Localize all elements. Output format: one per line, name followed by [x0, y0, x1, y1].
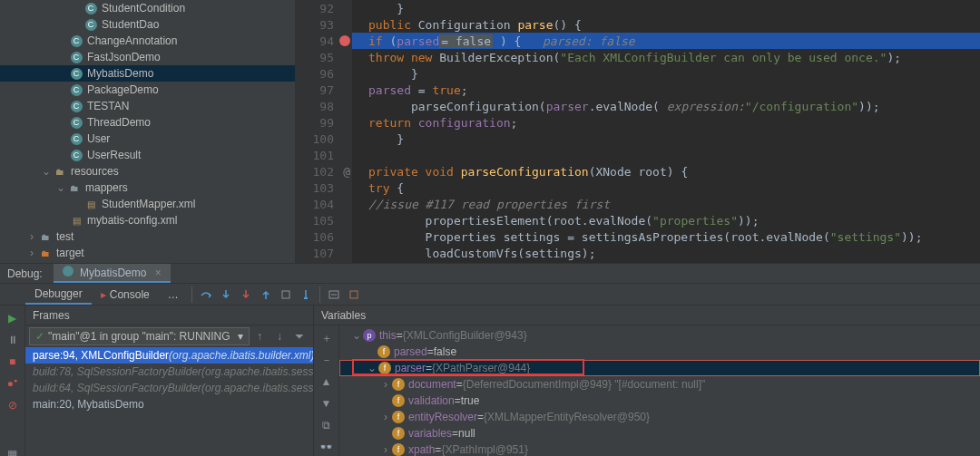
- next-frame-icon[interactable]: ↓: [270, 330, 289, 343]
- new-watch-icon[interactable]: ＋: [318, 329, 336, 347]
- settings-layout-icon[interactable]: ▦: [4, 445, 22, 456]
- tree-item[interactable]: CStudentCondition: [0, 0, 295, 16]
- drop-frame-icon[interactable]: [276, 288, 296, 301]
- duplicate-watch-icon[interactable]: ⧉: [318, 416, 336, 434]
- remove-watch-icon[interactable]: －: [318, 351, 336, 369]
- move-down-watch-icon[interactable]: ▼: [318, 394, 336, 412]
- stack-frame[interactable]: main:20, MybatisDemo: [25, 396, 313, 412]
- variable-item[interactable]: fparsed = false: [339, 344, 980, 360]
- step-into-icon[interactable]: [216, 288, 236, 301]
- view-breakpoints-icon[interactable]: ●●: [4, 374, 22, 393]
- stack-frame[interactable]: build:64, SqlSessionFactoryBuilder (org.…: [25, 380, 313, 396]
- variable-item[interactable]: ⌄pthis = {XMLConfigBuilder@943}: [339, 327, 980, 344]
- chevron-down-icon: ▾: [238, 330, 243, 343]
- resume-icon[interactable]: ▶: [4, 309, 22, 327]
- more-tab[interactable]: …: [159, 286, 188, 304]
- variable-item[interactable]: ›fentityResolver = {XMLMapperEntityResol…: [339, 409, 980, 425]
- step-over-icon[interactable]: [196, 288, 216, 301]
- check-icon: ✓: [35, 330, 44, 343]
- frames-panel: Frames ✓ "main"@1 in group "main": RUNNI…: [25, 306, 314, 456]
- frames-header: Frames: [25, 306, 313, 325]
- breakpoint-icon[interactable]: [339, 35, 350, 46]
- tree-item[interactable]: CStudentDao: [0, 16, 295, 33]
- stack-frame[interactable]: parse:94, XMLConfigBuilder (org.apache.i…: [25, 347, 313, 364]
- variables-panel: Variables ＋ － ▲ ▼ ⧉ 👓 ⌄pthis = {XMLConfi…: [314, 306, 980, 456]
- debug-panel: Debug: MybatisDemo × Debugger ▸ Console …: [0, 263, 980, 456]
- debug-left-toolbar: ▶ ⏸ ■ ●● ⊘ ▦ ⎙: [0, 306, 25, 456]
- tree-item[interactable]: CThreadDemo: [0, 114, 295, 131]
- evaluate-expression-icon[interactable]: [324, 288, 344, 301]
- tree-item[interactable]: ▤mybatis-config.xml: [0, 212, 295, 228]
- gutter: 9293949596979899100101102@10310410510610…: [296, 0, 352, 263]
- variable-item[interactable]: fvalidation = true: [339, 393, 980, 409]
- show-watches-icon[interactable]: 👓: [318, 438, 336, 456]
- trace-current-icon[interactable]: [344, 288, 364, 301]
- tree-item[interactable]: ⌄🖿mappers: [0, 179, 295, 196]
- close-icon[interactable]: ×: [155, 267, 162, 279]
- mute-breakpoints-icon[interactable]: ⊘: [4, 396, 22, 414]
- stop-icon[interactable]: ■: [4, 353, 22, 371]
- tree-item[interactable]: ›🖿test: [0, 228, 295, 245]
- tree-item[interactable]: CFastJsonDemo: [0, 49, 295, 65]
- svg-rect-4: [350, 291, 358, 298]
- svg-rect-1: [304, 297, 308, 299]
- tree-item[interactable]: CChangeAnnotation: [0, 33, 295, 49]
- tree-item[interactable]: CPackageDemo: [0, 82, 295, 98]
- console-icon: ▸: [101, 288, 106, 301]
- tree-item[interactable]: ▤StudentMapper.xml: [0, 196, 295, 212]
- tree-item[interactable]: ›🖿target: [0, 245, 295, 261]
- filter-icon[interactable]: ⏷: [289, 330, 309, 343]
- code-lines: } public Configuration parse() { if (par…: [352, 0, 980, 261]
- pause-icon[interactable]: ⏸: [4, 331, 22, 349]
- step-out-icon[interactable]: [256, 288, 276, 301]
- variable-item[interactable]: ›fdocument = {DeferredDocumentImpl@949} …: [339, 376, 980, 393]
- tree-item[interactable]: CMybatisDemo: [0, 65, 295, 82]
- force-step-into-icon[interactable]: [236, 288, 256, 301]
- debug-tab[interactable]: MybatisDemo ×: [54, 264, 171, 283]
- tree-item[interactable]: ⌄🖿resources: [0, 163, 295, 179]
- code-editor[interactable]: 9293949596979899100101102@10310410510610…: [296, 0, 980, 263]
- variables-toolbar: ＋ － ▲ ▼ ⧉ 👓: [314, 325, 339, 456]
- prev-frame-icon[interactable]: ↑: [250, 330, 270, 343]
- variable-item[interactable]: ⌄fparser = {XPathParser@944}: [339, 360, 980, 376]
- stack-frame[interactable]: build:78, SqlSessionFactoryBuilder (org.…: [25, 364, 313, 380]
- project-tree[interactable]: CStudentConditionCStudentDaoCChangeAnnot…: [0, 0, 296, 263]
- variable-item[interactable]: ›fxpath = {XPathImpl@951}: [339, 441, 980, 456]
- svg-rect-0: [282, 291, 289, 298]
- debugger-tab[interactable]: Debugger: [25, 285, 92, 305]
- class-icon: [63, 266, 74, 277]
- debug-header: Debug: MybatisDemo ×: [0, 264, 980, 284]
- tree-item[interactable]: CTESTAN: [0, 98, 295, 114]
- variable-item[interactable]: fvariables = null: [339, 425, 980, 441]
- debug-label: Debug:: [0, 267, 50, 280]
- thread-selector[interactable]: ✓ "main"@1 in group "main": RUNNING ▾: [29, 327, 250, 345]
- run-to-cursor-icon[interactable]: [296, 288, 316, 301]
- console-tab[interactable]: ▸ Console: [92, 286, 159, 304]
- tree-item[interactable]: CUser: [0, 131, 295, 147]
- tree-item[interactable]: CUserResult: [0, 147, 295, 163]
- debug-toolbar: Debugger ▸ Console …: [0, 284, 980, 306]
- move-up-watch-icon[interactable]: ▲: [318, 373, 336, 391]
- variables-header: Variables: [314, 306, 980, 325]
